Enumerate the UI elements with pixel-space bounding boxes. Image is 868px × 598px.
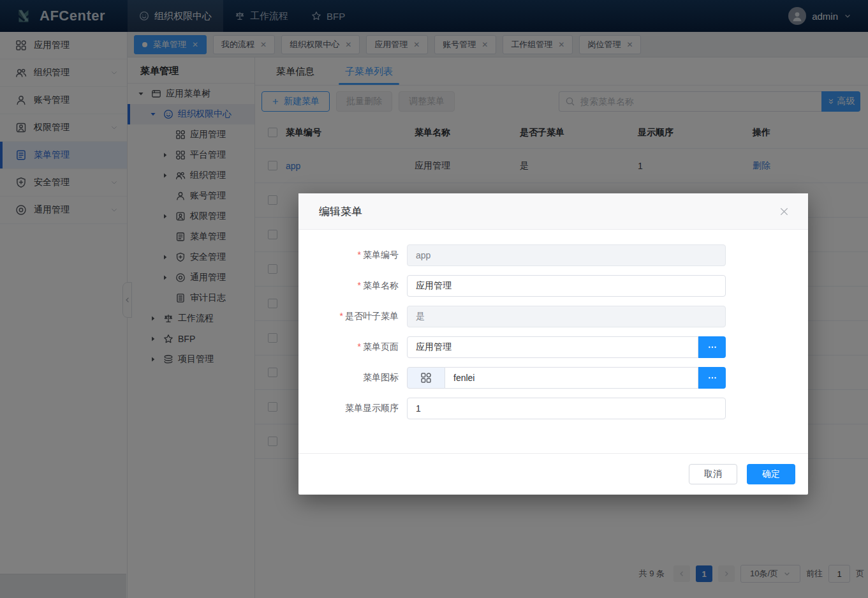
ellipsis-icon bbox=[707, 373, 717, 383]
required-asterisk: * bbox=[358, 250, 361, 260]
modal-footer: 取消 确定 bbox=[298, 453, 808, 495]
modal-body: *菜单编号 *菜单名称 *是否叶子菜单 *菜单页面 菜单图标 菜单显示顺序 bbox=[298, 230, 808, 453]
confirm-button[interactable]: 确定 bbox=[747, 464, 795, 484]
form-field-menu-name: *菜单名称 bbox=[298, 275, 808, 297]
field-label-menu-icon: 菜单图标 bbox=[298, 372, 399, 384]
required-asterisk: * bbox=[358, 341, 361, 352]
form-field-is-leaf-menu: *是否叶子菜单 bbox=[298, 306, 808, 327]
field-label-is-leaf-menu: *是否叶子菜单 bbox=[298, 311, 399, 322]
field-label-menu-name: *菜单名称 bbox=[298, 280, 399, 292]
field-input-menu-name[interactable] bbox=[407, 275, 726, 297]
picker-button-menu-icon[interactable] bbox=[698, 367, 726, 389]
field-input-menu-icon[interactable] bbox=[445, 367, 698, 389]
field-label-menu-page: *菜单页面 bbox=[298, 341, 399, 353]
close-icon[interactable] bbox=[779, 207, 789, 216]
form-field-menu-page: *菜单页面 bbox=[298, 336, 808, 358]
modal-header: 编辑菜单 bbox=[298, 193, 808, 230]
form-field-menu-order: 菜单显示顺序 bbox=[298, 398, 808, 419]
required-asterisk: * bbox=[358, 280, 361, 290]
ellipsis-icon bbox=[707, 342, 717, 352]
form-field-menu-icon: 菜单图标 bbox=[298, 367, 808, 389]
edit-menu-modal: 编辑菜单 *菜单编号 *菜单名称 *是否叶子菜单 *菜单页面 菜单图标 菜单显示… bbox=[298, 193, 808, 495]
field-input-menu-order[interactable] bbox=[407, 398, 726, 419]
field-input-menu-id bbox=[407, 244, 726, 266]
picker-button-menu-page[interactable] bbox=[698, 336, 726, 358]
icon-preview-menu-icon bbox=[407, 367, 445, 389]
field-label-menu-order: 菜单显示顺序 bbox=[298, 403, 399, 414]
grid-icon bbox=[420, 372, 432, 384]
modal-title: 编辑菜单 bbox=[319, 204, 362, 219]
cancel-button[interactable]: 取消 bbox=[689, 464, 737, 484]
field-label-menu-id: *菜单编号 bbox=[298, 250, 399, 261]
field-input-menu-page[interactable] bbox=[407, 336, 698, 358]
field-input-is-leaf-menu bbox=[407, 306, 726, 327]
form-field-menu-id: *菜单编号 bbox=[298, 244, 808, 266]
required-asterisk: * bbox=[340, 311, 343, 321]
